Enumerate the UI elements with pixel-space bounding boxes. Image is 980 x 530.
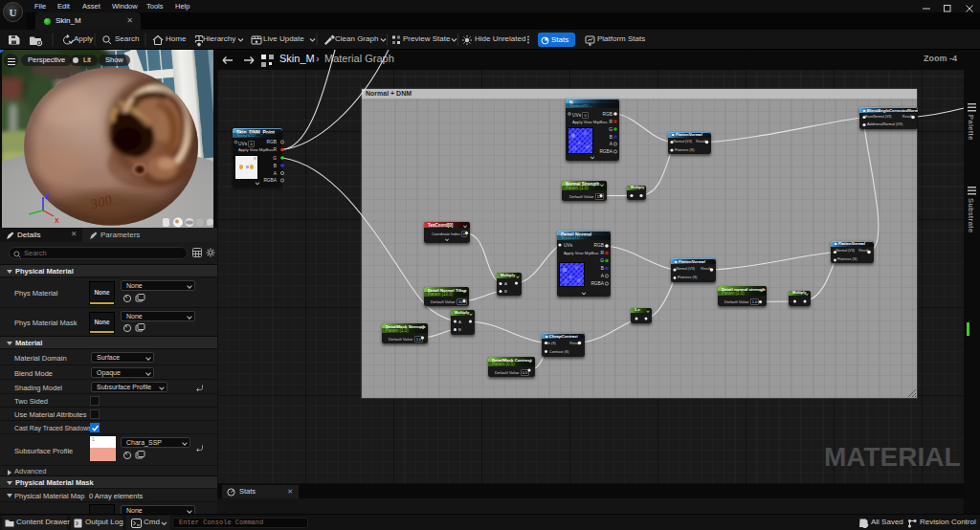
svg-text:Z: Z	[45, 193, 50, 200]
svg-text:X: X	[55, 217, 59, 224]
